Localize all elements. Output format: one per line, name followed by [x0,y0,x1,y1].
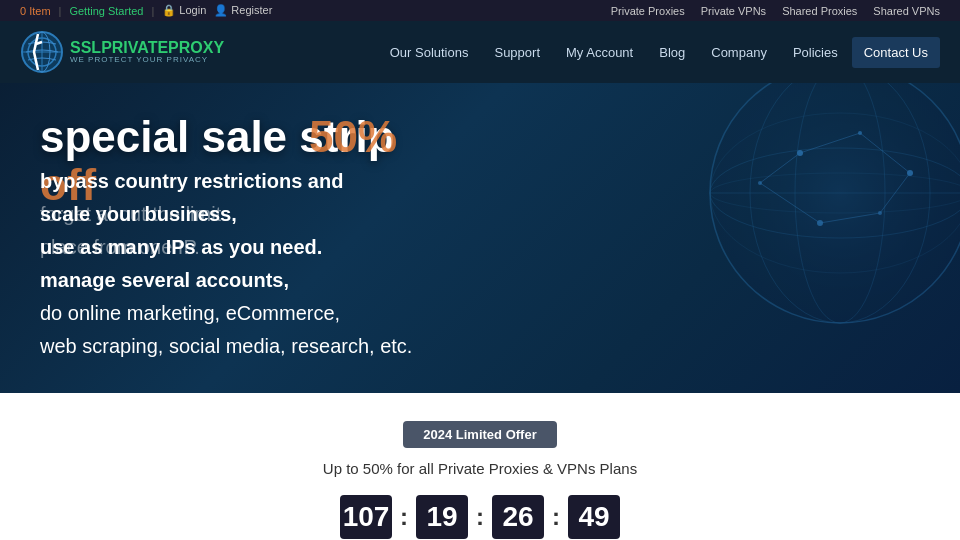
nav-contact-us[interactable]: Contact Us [852,37,940,68]
top-bar: 0 Item | Getting Started | 🔒 Login 👤 Reg… [0,0,960,21]
hero-content: special sale strip 50% off bypass countr… [40,113,412,363]
logo-icon [20,30,64,74]
countdown: 107 days : 19 hours : 26 minutes : 49 se… [20,495,940,540]
logo-ssl-span: SSL [70,39,101,56]
lock-icon: 🔒 [162,4,179,16]
nav-my-account[interactable]: My Account [554,37,645,68]
countdown-minutes-value: 26 [492,495,544,539]
top-bar-right: Private Proxies Private VPNs Shared Prox… [611,5,940,17]
countdown-days-value: 107 [340,495,392,539]
shared-vpns-link[interactable]: Shared VPNs [873,5,940,17]
user-icon: 👤 [214,4,231,16]
countdown-minutes: 26 minutes [492,495,544,540]
countdown-sep2: : [476,495,484,531]
nav-company[interactable]: Company [699,37,779,68]
countdown-seconds-value: 49 [568,495,620,539]
nav-our-solutions[interactable]: Our Solutions [378,37,481,68]
offer-section: 2024 Limited Offer Up to 50% for all Pri… [0,393,960,540]
item-count: 0 Item [20,5,51,17]
hero-section: special sale strip 50% off bypass countr… [0,83,960,393]
shared-proxies-link[interactable]: Shared Proxies [782,5,857,17]
private-proxies-link[interactable]: Private Proxies [611,5,685,17]
countdown-days: 107 days [340,495,392,540]
login-link[interactable]: 🔒 Login [162,4,206,17]
getting-started-link[interactable]: Getting Started [69,5,143,17]
private-vpns-link[interactable]: Private VPNs [701,5,766,17]
svg-point-5 [710,83,960,323]
countdown-seconds: 49 seconds [568,495,620,540]
logo[interactable]: SSLPRIVATEPROXY WE PROTECT YOUR PRIVACY [20,30,224,74]
logo-text: SSLPRIVATEPROXY WE PROTECT YOUR PRIVACY [70,39,224,65]
logo-brand-span: PRIVATEPROXY [101,39,224,56]
countdown-sep3: : [552,495,560,531]
countdown-hours: 19 hours [416,495,468,540]
offer-badge: 2024 Limited Offer [403,421,556,448]
nav-bar: SSLPRIVATEPROXY WE PROTECT YOUR PRIVACY … [0,21,960,83]
offer-subtitle: Up to 50% for all Private Proxies & VPNs… [20,460,940,477]
logo-tagline: WE PROTECT YOUR PRIVACY [70,56,224,65]
nav-links: Our Solutions Support My Account Blog Co… [378,37,940,68]
nav-blog[interactable]: Blog [647,37,697,68]
nav-support[interactable]: Support [482,37,552,68]
nav-policies[interactable]: Policies [781,37,850,68]
hero-body: bypass country restrictions and scale yo… [40,165,412,363]
register-link[interactable]: 👤 Register [214,4,272,17]
hero-globe-image [600,83,960,343]
countdown-hours-value: 19 [416,495,468,539]
top-bar-left: 0 Item | Getting Started | 🔒 Login 👤 Reg… [20,4,272,17]
countdown-sep1: : [400,495,408,531]
